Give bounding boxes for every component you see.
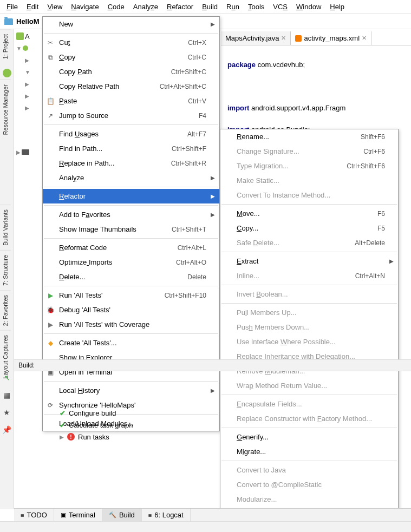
menu-item[interactable]: Add to Favorites▶ [43, 207, 219, 222]
project-folder-icon [4, 18, 13, 25]
menu-item-label: Invert Boolean... [237, 290, 385, 298]
sidebar-structure[interactable]: 7: Structure [0, 250, 11, 290]
menu-item-icon: ↗ [46, 111, 55, 120]
menu-item-label: Replace in Path... [59, 159, 171, 167]
tab-logcat[interactable]: ≡6: Logcat [142, 509, 191, 521]
menu-item[interactable]: Show Image ThumbnailsCtrl+Shift+T [43, 222, 219, 237]
menu-item-shortcut: Ctrl+V [188, 97, 206, 105]
menu-edit[interactable]: Edit [22, 2, 43, 12]
menu-item[interactable]: Copy Relative PathCtrl+Alt+Shift+C [43, 79, 219, 94]
bottom-tool-tabs: ≡TODO ▣Terminal 🔨Build ≡6: Logcat [14, 508, 411, 521]
menu-item[interactable]: 📋PasteCtrl+V [43, 94, 219, 108]
error-icon: ! [67, 433, 75, 441]
close-icon[interactable]: ✕ [362, 35, 367, 42]
tab-terminal[interactable]: ▣Terminal [54, 509, 102, 521]
pin2-icon[interactable]: 📌 [2, 425, 11, 434]
menu-item-label: Use Interface Where Possible... [237, 338, 385, 346]
menu-item[interactable]: Find UsagesAlt+F7 [43, 127, 219, 141]
tab-mapsactivity[interactable]: MapsActivity.java ✕ [221, 31, 291, 45]
menu-item-shortcut: Ctrl+Shift+R [171, 160, 206, 167]
main-menubar: File Edit View Navigate Code Analyze Ref… [0, 0, 411, 14]
build-row-label: Configure build [69, 409, 116, 417]
tab-build[interactable]: 🔨Build [102, 509, 142, 521]
menu-item[interactable]: Refactor▶ [43, 189, 219, 203]
menu-item-label: Add to Favorites [59, 211, 206, 219]
tree-expand-icon[interactable]: ▶ [60, 434, 64, 440]
menu-item-icon: ▶ [46, 320, 55, 329]
module-dot-icon [23, 45, 28, 51]
tree-expand-icon[interactable]: ▶ [25, 105, 29, 111]
menu-refactor[interactable]: Refactor [162, 2, 198, 12]
menu-item[interactable]: Replace in Path...Ctrl+Shift+R [43, 156, 219, 170]
sidebar-favorites[interactable]: 2: Favorites [0, 290, 11, 330]
menu-item-label: Analyze [59, 174, 206, 182]
menu-item-shortcut: F4 [199, 112, 206, 120]
menu-item[interactable]: Migrate... [220, 444, 398, 459]
menu-item-label: Push Members Down... [237, 323, 385, 331]
gradle-icon [22, 149, 29, 155]
menu-item[interactable]: ↗Jump to SourceF4 [43, 108, 219, 123]
menu-item[interactable]: Local History▶ [43, 383, 219, 398]
tree-collapse-icon[interactable]: ▼ [25, 69, 30, 75]
menu-item[interactable]: ◆Create 'All Tests'... [43, 336, 219, 350]
menu-item[interactable]: New▶ [43, 17, 219, 31]
menu-item: Convert To Instance Method... [220, 188, 398, 202]
tab-label: Terminal [69, 511, 95, 519]
menu-item[interactable]: ⧉CopyCtrl+C [43, 50, 219, 64]
menu-help[interactable]: Help [325, 2, 349, 12]
project-tree[interactable]: A ▼ ▶ ▼ ▶ ▶ ▶ ▶ [14, 30, 42, 158]
menu-item[interactable]: 🐞Debug 'All Tests' [43, 303, 219, 317]
menu-item[interactable]: Optimize ImportsCtrl+Alt+O [43, 255, 219, 270]
menu-item-label: Safe Delete... [237, 239, 355, 247]
tree-collapse-icon[interactable]: ▼ [16, 45, 22, 51]
sidebar-resource-manager[interactable]: Resource Manager [0, 80, 11, 140]
menu-item-label: Inline... [237, 272, 355, 280]
menu-item[interactable]: ▶Run 'All Tests' with Coverage [43, 317, 219, 332]
star-icon[interactable]: ★ [3, 408, 10, 417]
menu-window[interactable]: Window [292, 2, 325, 12]
menu-item[interactable]: Delete...Delete [43, 270, 219, 284]
tab-label: Build [119, 511, 135, 519]
filter-icon[interactable]: ▦ [3, 391, 10, 399]
menu-item-shortcut: F6 [377, 210, 385, 218]
menu-item[interactable]: Generify... [220, 430, 398, 444]
menu-item[interactable]: ▶Run 'All Tests'Ctrl+Shift+F10 [43, 288, 219, 303]
menu-item[interactable]: Reformat CodeCtrl+Alt+L [43, 240, 219, 255]
menu-vcs[interactable]: VCS [269, 2, 292, 12]
tree-expand-icon[interactable]: ▶ [25, 57, 29, 63]
sidebar-project[interactable]: 1: Project [0, 29, 11, 63]
close-icon[interactable]: ✕ [281, 35, 286, 42]
menu-file[interactable]: File [2, 2, 22, 12]
menu-item: Encapsulate Fields... [220, 397, 398, 411]
tab-activity-maps[interactable]: activity_maps.xml ✕ [291, 31, 371, 45]
menu-item[interactable]: Find in Path...Ctrl+Shift+F [43, 141, 219, 156]
tree-expand-icon[interactable]: ▶ [25, 81, 29, 87]
pin-icon[interactable]: ↖ [4, 373, 10, 382]
tree-expand-icon[interactable]: ▶ [16, 149, 21, 155]
sidebar-build-variants[interactable]: Build Variants [0, 205, 11, 250]
menu-build[interactable]: Build [198, 2, 222, 12]
menu-tools[interactable]: Tools [244, 2, 269, 12]
menu-item[interactable]: Rename...Shift+F6 [220, 129, 398, 144]
menu-run[interactable]: Run [222, 2, 244, 12]
menu-item[interactable]: Analyze▶ [43, 170, 219, 185]
menu-navigate[interactable]: Navigate [67, 2, 103, 12]
menu-item-shortcut: Alt+Delete [355, 239, 385, 247]
submenu-arrow-icon: ▶ [211, 175, 215, 181]
menu-item[interactable]: Copy PathCtrl+Shift+C [43, 64, 219, 79]
menu-item-shortcut: Ctrl+F6 [363, 148, 385, 155]
tab-todo[interactable]: ≡TODO [14, 509, 54, 521]
left-tool-sidebar: 1: Project Resource Manager Build Varian… [0, 29, 14, 509]
build-toolbar: ↖ ▦ ★ 📌 [2, 373, 11, 434]
menu-item-label: Type Migration... [237, 162, 347, 170]
menu-item[interactable]: Extract▶ [220, 254, 398, 268]
menu-item-icon: ▶ [46, 291, 55, 300]
menu-analyze[interactable]: Analyze [129, 2, 162, 12]
menu-code[interactable]: Code [103, 2, 129, 12]
menu-item: Use Interface Where Possible... [220, 334, 398, 349]
menu-item[interactable]: Copy...F5 [220, 221, 398, 235]
menu-view[interactable]: View [43, 2, 67, 12]
tree-expand-icon[interactable]: ▶ [25, 93, 29, 99]
menu-item[interactable]: Move...F6 [220, 206, 398, 221]
menu-item[interactable]: ✂CutCtrl+X [43, 35, 219, 50]
